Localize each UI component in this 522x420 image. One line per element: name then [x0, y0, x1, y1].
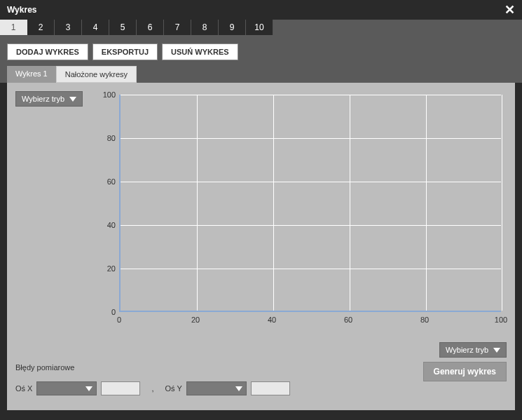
y-tick-0: 0	[95, 308, 116, 316]
y-tick-60: 60	[95, 177, 116, 186]
tab-6[interactable]: 6	[137, 20, 164, 35]
axis-x-label: Oś X	[15, 384, 32, 393]
axis-y-input[interactable]	[251, 381, 290, 395]
axis-x-dropdown[interactable]	[36, 381, 97, 395]
tab-4[interactable]: 4	[82, 20, 109, 35]
x-tick-40: 40	[268, 316, 276, 324]
tab-2[interactable]: 2	[27, 20, 55, 35]
y-tick-40: 40	[95, 221, 116, 229]
export-button[interactable]: EKSPORTUJ	[92, 43, 158, 60]
tab-10[interactable]: 10	[246, 20, 273, 35]
add-chart-button[interactable]: DODAJ WYKRES	[7, 43, 88, 60]
close-icon[interactable]: ✕	[504, 4, 515, 16]
chart-area: 100 80 60 40 20 0 0 20 40 60 80 100	[91, 91, 501, 337]
y-tick-80: 80	[95, 134, 116, 142]
x-tick-0: 0	[117, 316, 121, 324]
x-tick-60: 60	[344, 316, 352, 324]
y-tick-20: 20	[95, 264, 116, 273]
chart-grid	[119, 95, 501, 312]
errors-label: Błędy pomiarowe	[15, 363, 74, 372]
mode-select-bottom-label: Wybierz tryb	[446, 346, 488, 354]
x-tick-80: 80	[420, 316, 429, 324]
tab-strip: 1 2 3 4 5 6 7 8 9 10	[0, 20, 522, 38]
axis-y-dropdown[interactable]	[186, 381, 247, 395]
chevron-down-icon	[493, 348, 500, 353]
mode-select-bottom[interactable]: Wybierz tryb	[439, 342, 507, 358]
tab-9[interactable]: 9	[219, 20, 246, 35]
delete-chart-button[interactable]: USUŃ WYKRES	[162, 43, 238, 60]
x-tick-100: 100	[495, 316, 507, 324]
generate-button[interactable]: Generuj wykres	[423, 362, 507, 381]
chevron-down-icon	[85, 386, 92, 391]
y-tick-100: 100	[95, 90, 116, 99]
mode-select-top-label: Wybierz tryb	[22, 95, 64, 103]
axis-y-label: Oś Y	[165, 384, 182, 393]
subtab-overlay[interactable]: Nałożone wykresy	[56, 66, 137, 83]
window-title: Wykres	[7, 5, 36, 15]
tab-3[interactable]: 3	[55, 20, 82, 35]
chevron-down-icon	[235, 386, 242, 391]
mode-select-top[interactable]: Wybierz tryb	[15, 91, 83, 107]
tab-1[interactable]: 1	[0, 20, 27, 35]
subtab-chart1[interactable]: Wykres 1	[7, 66, 56, 83]
axis-x-input[interactable]	[101, 381, 140, 395]
chevron-down-icon	[69, 97, 76, 102]
tab-8[interactable]: 8	[191, 20, 219, 35]
comma-separator: ,	[151, 384, 153, 393]
tab-5[interactable]: 5	[109, 20, 137, 35]
tab-7[interactable]: 7	[164, 20, 191, 35]
x-tick-20: 20	[191, 316, 200, 324]
